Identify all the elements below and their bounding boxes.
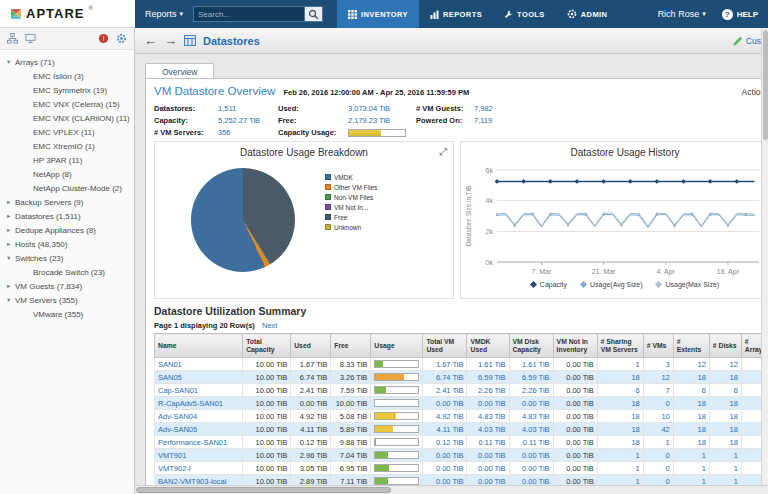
column-header[interactable]: VM Not In Inventory bbox=[553, 334, 597, 358]
sidebar-item[interactable]: ►VM Guests (7,834) bbox=[4, 279, 134, 293]
sidebar-item[interactable]: ▼Arrays (71) bbox=[4, 55, 134, 69]
cell-sharing-vm-servers[interactable]: 1 bbox=[597, 449, 643, 462]
expand-arrow-icon[interactable]: ► bbox=[6, 241, 15, 247]
collapse-arrow-icon[interactable]: ▼ bbox=[6, 59, 15, 65]
cell-disks[interactable]: 18 bbox=[709, 371, 741, 384]
cell-extents[interactable]: 6 bbox=[673, 384, 709, 397]
cell-sharing-vm-servers[interactable]: 18 bbox=[597, 410, 643, 423]
legend-item[interactable]: Non-VM Files bbox=[325, 192, 377, 202]
cell-total-vm-used[interactable]: 2.41 TiB bbox=[423, 384, 467, 397]
sidebar-item[interactable]: ►Datastores (1,511) bbox=[4, 209, 134, 223]
sidebar-item[interactable]: Brocade Switch (23) bbox=[4, 265, 134, 279]
help-button[interactable]: ? HELP bbox=[722, 9, 758, 20]
cell-vms[interactable]: 0 bbox=[643, 462, 673, 475]
sidebar-item[interactable]: ►Dedupe Appliances (8) bbox=[4, 223, 134, 237]
cell-total-vm-used[interactable]: 4.11 TiB bbox=[423, 423, 467, 436]
cell-name[interactable]: Adv-SAN05 bbox=[155, 423, 243, 436]
cell-disks[interactable]: 18 bbox=[709, 423, 741, 436]
cell-vmdk-used[interactable]: 4.83 TiB bbox=[467, 410, 509, 423]
legend-item[interactable]: Capacity bbox=[531, 281, 567, 288]
cell-total-vm-used[interactable]: 4.92 TiB bbox=[423, 410, 467, 423]
expand-arrow-icon[interactable]: ► bbox=[6, 283, 15, 289]
sidebar-item[interactable]: EMC XtremIO (1) bbox=[4, 139, 134, 153]
legend-item[interactable]: Usage(Max Size) bbox=[656, 281, 719, 288]
host-view-icon[interactable] bbox=[25, 33, 36, 44]
cell-sharing-vm-servers[interactable]: 18 bbox=[597, 436, 643, 449]
collapse-arrow-icon[interactable]: ▼ bbox=[6, 297, 15, 303]
tab-overview[interactable]: Overview bbox=[145, 63, 214, 79]
cell-extents[interactable]: 1 bbox=[673, 449, 709, 462]
vertical-scrollbar[interactable] bbox=[761, 28, 768, 494]
cell-vm-disk-capacity[interactable]: 0.00 TiB bbox=[509, 449, 553, 462]
search-button[interactable] bbox=[305, 6, 323, 22]
stat-value[interactable]: 3,073.04 TiB bbox=[348, 104, 410, 113]
cell-name[interactable]: Cap-SAN01 bbox=[155, 384, 243, 397]
cell-name[interactable]: VMT902-I bbox=[155, 462, 243, 475]
cell-vmdk-used[interactable]: 1.61 TiB bbox=[467, 358, 509, 371]
reports-menu-button[interactable]: Reports ▾ bbox=[135, 9, 193, 19]
column-header[interactable]: Free bbox=[331, 334, 371, 358]
table-row[interactable]: VMT902-I10.00 TiB3.05 TiB6.95 TiB0.00 Ti… bbox=[155, 462, 768, 475]
stat-value[interactable]: 7,982 bbox=[474, 104, 510, 113]
cell-sharing-vm-servers[interactable]: 18 bbox=[597, 397, 643, 410]
column-header[interactable]: Total Capacity bbox=[243, 334, 291, 358]
cell-name[interactable]: SAN01 bbox=[155, 358, 243, 371]
cell-disks[interactable]: 18 bbox=[709, 436, 741, 449]
tab-tools[interactable]: TOOLS bbox=[493, 0, 556, 28]
cell-vms[interactable]: 1 bbox=[643, 436, 673, 449]
sidebar-item[interactable]: EMC VNX (CLARiiON) (11) bbox=[4, 111, 134, 125]
user-menu[interactable]: Rich Rose ▾ bbox=[658, 9, 706, 19]
cell-name[interactable]: SAN05 bbox=[155, 371, 243, 384]
cell-vm-disk-capacity[interactable]: 4.03 TiB bbox=[509, 423, 553, 436]
horizontal-scrollbar-thumb[interactable] bbox=[136, 487, 391, 493]
stat-value[interactable]: 7,119 bbox=[474, 116, 510, 125]
legend-item[interactable]: Other VM Files bbox=[325, 182, 377, 192]
sidebar-item[interactable]: VMware (355) bbox=[4, 307, 134, 321]
sidebar-item[interactable]: ►Hosts (48,350) bbox=[4, 237, 134, 251]
cell-sharing-vm-servers[interactable]: 1 bbox=[597, 358, 643, 371]
sidebar-settings-icon[interactable] bbox=[116, 33, 127, 44]
cell-vm-disk-capacity[interactable]: 2.26 TiB bbox=[509, 384, 553, 397]
global-search-input[interactable] bbox=[193, 6, 305, 22]
cell-total-vm-used[interactable]: 0.00 TiB bbox=[423, 462, 467, 475]
column-header[interactable]: VMDK Used bbox=[467, 334, 509, 358]
next-page-link[interactable]: Next bbox=[262, 321, 277, 330]
cell-disks[interactable]: 12 bbox=[709, 358, 741, 371]
cell-disks[interactable]: 1 bbox=[709, 449, 741, 462]
alerts-icon[interactable]: ! bbox=[98, 33, 109, 44]
column-header[interactable]: Usage bbox=[371, 334, 423, 358]
cell-vmdk-used[interactable]: 0.00 TiB bbox=[467, 462, 509, 475]
column-header[interactable]: # Extents bbox=[673, 334, 709, 358]
sidebar-item[interactable]: ▼Switches (23) bbox=[4, 251, 134, 265]
cell-vmdk-used[interactable]: 6.59 TiB bbox=[467, 371, 509, 384]
table-row[interactable]: SAN0510.00 TiB6.74 TiB3.26 TiB6.74 TiB6.… bbox=[155, 371, 768, 384]
table-row[interactable]: VMT90110.00 TiB2.96 TiB7.04 TiB0.00 TiB0… bbox=[155, 449, 768, 462]
legend-item[interactable]: Free bbox=[325, 212, 377, 222]
cell-total-vm-used[interactable]: 0.00 TiB bbox=[423, 449, 467, 462]
column-header[interactable]: Name bbox=[155, 334, 243, 358]
cell-extents[interactable]: 18 bbox=[673, 371, 709, 384]
cell-vms[interactable]: 10 bbox=[643, 410, 673, 423]
cell-total-vm-used[interactable]: 0.00 TiB bbox=[423, 397, 467, 410]
cell-vmdk-used[interactable]: 4.03 TiB bbox=[467, 423, 509, 436]
legend-item[interactable]: Unknown bbox=[325, 222, 377, 232]
cell-name[interactable]: VMT901 bbox=[155, 449, 243, 462]
cell-name[interactable]: Performance-SAN01 bbox=[155, 436, 243, 449]
cell-vm-disk-capacity[interactable]: 1.61 TiB bbox=[509, 358, 553, 371]
stat-value[interactable]: 1,511 bbox=[218, 104, 272, 113]
cell-disks[interactable]: 6 bbox=[709, 384, 741, 397]
table-row[interactable]: Adv-SAN0410.00 TiB4.92 TiB5.08 TiB4.92 T… bbox=[155, 410, 768, 423]
cell-vms[interactable]: 12 bbox=[643, 371, 673, 384]
back-arrow-icon[interactable]: ← bbox=[144, 34, 157, 47]
cell-vms[interactable]: 42 bbox=[643, 423, 673, 436]
horizontal-scrollbar[interactable] bbox=[135, 485, 768, 494]
cell-total-vm-used[interactable]: 0.12 TiB bbox=[423, 436, 467, 449]
table-row[interactable]: SAN0110.00 TiB1.67 TiB8.33 TiB1.67 TiB1.… bbox=[155, 358, 768, 371]
cell-sharing-vm-servers[interactable]: 18 bbox=[597, 371, 643, 384]
tab-inventory[interactable]: INVENTORY bbox=[337, 0, 419, 28]
cell-name[interactable]: R-CapAdv5-SAN01 bbox=[155, 397, 243, 410]
cell-vms[interactable]: 0 bbox=[643, 449, 673, 462]
stat-value[interactable]: 356 bbox=[218, 128, 272, 137]
cell-vms[interactable]: 7 bbox=[643, 384, 673, 397]
sidebar-item[interactable]: HP 3PAR (11) bbox=[4, 153, 134, 167]
